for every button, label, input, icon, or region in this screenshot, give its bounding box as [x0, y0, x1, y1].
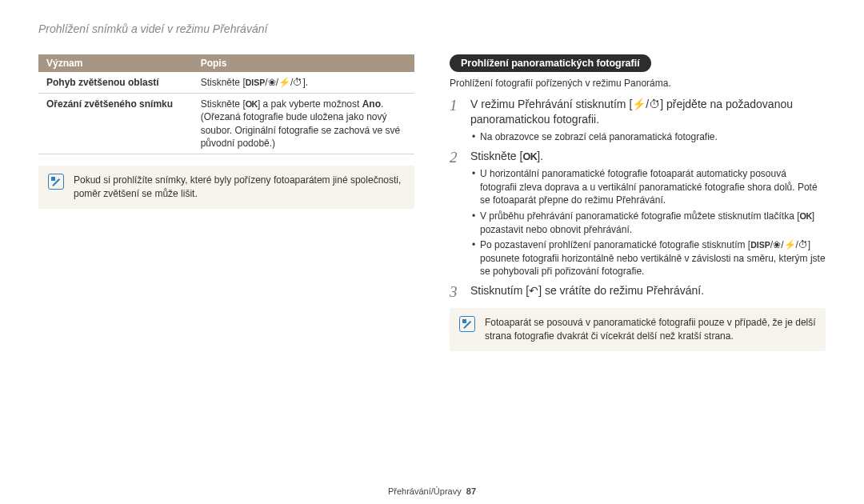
step-list: V režimu Přehrávání stisknutím [⚡/⏱] pře…	[450, 97, 826, 298]
text: .	[381, 98, 383, 110]
flash-icon: ⚡	[632, 97, 646, 112]
timer-icon: ⏱	[649, 97, 660, 112]
step-2-bullet: U horizontální panoramatické fotografie …	[470, 167, 826, 207]
disp-icon: DISP	[750, 240, 770, 250]
note-icon	[48, 174, 64, 190]
right-column: Prohlížení panoramatických fotografií Pr…	[450, 54, 826, 480]
left-column: Význam Popis Pohyb zvětšenou oblastí Sti…	[38, 54, 414, 480]
text: Po pozastavení prohlížení panoramatické …	[480, 239, 750, 250]
footer-section: Přehrávání/Úpravy	[388, 486, 462, 496]
step-1-bullet: Na obrazovce se zobrazí celá panoramatic…	[470, 130, 826, 144]
text: Stiskněte [	[201, 77, 246, 88]
table-header-desc: Popis	[193, 54, 414, 72]
table-term: Ořezání zvětšeného snímku	[38, 94, 193, 154]
note-box: Fotoaparát se posouvá v panoramatické fo…	[450, 308, 826, 351]
disp-icon: DISP	[246, 78, 266, 87]
note-text: Pokud si prohlížíte snímky, které byly p…	[74, 174, 405, 201]
note-icon	[459, 316, 475, 332]
timer-icon: ⏱	[293, 76, 302, 89]
step-2-bullet: Po pozastavení prohlížení panoramatické …	[470, 238, 826, 278]
text-bold: Ano	[362, 98, 381, 110]
table-row: Ořezání zvětšeného snímku Stiskněte [OK]…	[38, 94, 414, 154]
page-footer: Přehrávání/Úpravy 87	[38, 480, 826, 504]
definition-table: Význam Popis Pohyb zvětšenou oblastí Sti…	[38, 54, 414, 154]
return-icon: ↶	[529, 283, 538, 298]
step-2: Stiskněte [OK]. U horizontální panoramat…	[450, 149, 826, 278]
text: ].	[302, 77, 308, 88]
table-desc: Stiskněte [OK] a pak vyberte možnost Ano…	[193, 94, 414, 154]
ok-icon: OK	[800, 210, 812, 222]
step-2-bullet: V průběhu přehrávání panoramatické fotog…	[470, 210, 826, 236]
flash-icon: ⚡	[278, 76, 290, 89]
section-heading: Prohlížení panoramatických fotografií	[450, 54, 651, 72]
flower-icon: ❀	[268, 76, 276, 89]
text: Stiskněte [	[470, 150, 522, 162]
page-number: 87	[466, 486, 476, 496]
text: ] se vrátíte do režimu Přehrávání.	[538, 284, 704, 297]
timer-icon: ⏱	[798, 238, 808, 252]
text: (Ořezaná fotografie bude uložena jako no…	[201, 111, 400, 148]
note-text: Fotoaparát se posouvá v panoramatické fo…	[485, 316, 816, 343]
table-desc: Stiskněte [DISP/❀/⚡/⏱].	[193, 72, 414, 94]
note-box: Pokud si prohlížíte snímky, které byly p…	[38, 166, 414, 209]
text: V průběhu přehrávání panoramatické fotog…	[480, 210, 800, 222]
page-title: Prohlížení snímků a videí v režimu Přehr…	[38, 22, 826, 35]
text: ].	[537, 150, 543, 162]
ok-icon: OK	[246, 98, 258, 110]
text: V režimu Přehrávání stisknutím [	[470, 98, 632, 110]
text: Stiskněte [	[201, 98, 246, 110]
step-3: Stisknutím [↶] se vrátíte do režimu Přeh…	[450, 283, 826, 298]
table-header-term: Význam	[38, 54, 193, 72]
section-lead: Prohlížení fotografií pořízených v režim…	[450, 77, 826, 90]
text: Stisknutím [	[470, 284, 529, 297]
flower-icon: ❀	[773, 238, 781, 252]
table-row: Pohyb zvětšenou oblastí Stiskněte [DISP/…	[38, 72, 414, 94]
flash-icon: ⚡	[784, 238, 796, 252]
table-term: Pohyb zvětšenou oblastí	[38, 72, 193, 94]
ok-icon: OK	[522, 150, 537, 164]
text: ] a pak vyberte možnost	[258, 98, 362, 110]
step-1: V režimu Přehrávání stisknutím [⚡/⏱] pře…	[450, 97, 826, 144]
